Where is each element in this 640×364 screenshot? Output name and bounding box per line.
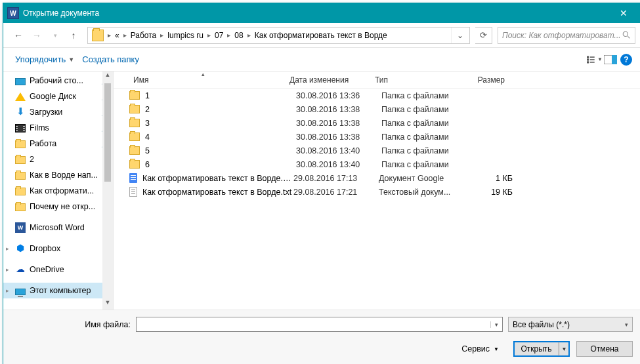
file-name: 1 xyxy=(145,91,296,100)
svg-rect-9 xyxy=(612,55,617,64)
new-folder-button[interactable]: Создать папку xyxy=(78,52,143,67)
folder-icon xyxy=(129,91,140,100)
sidebar-item[interactable]: Films📌 xyxy=(3,120,113,136)
txt-icon xyxy=(129,187,137,197)
file-row[interactable]: 530.08.2016 13:40Папка с файлами xyxy=(114,144,640,157)
address-bar[interactable]: ▸ « ▸ Работа ▸ lumpics ru ▸ 07 ▸ 08 ▸ Ка… xyxy=(87,27,470,44)
navigation-sidebar: Рабочий сто...📌Google Диск📌⬇Загрузки📌Fil… xyxy=(3,71,114,310)
file-date: 30.08.2016 13:38 xyxy=(296,119,381,128)
view-options-button[interactable]: ▼ xyxy=(587,52,603,68)
column-header-type[interactable]: Тип xyxy=(371,75,456,85)
crumb-0[interactable]: Работа xyxy=(128,28,160,43)
folder-icon xyxy=(129,146,140,155)
gdrive-icon xyxy=(15,92,26,101)
file-size: 19 КБ xyxy=(464,188,517,197)
sidebar-item-label: Рабочий сто... xyxy=(30,76,83,85)
cancel-button[interactable]: Отмена xyxy=(576,341,633,357)
svg-rect-6 xyxy=(590,59,595,60)
file-type: Папка с файлами xyxy=(381,105,467,114)
file-row[interactable]: 130.08.2016 13:36Папка с файлами xyxy=(114,89,640,102)
search-input[interactable]: Поиск: Как отформатироват... xyxy=(498,27,635,44)
open-button[interactable]: Открыть ▼ xyxy=(513,341,570,357)
sidebar-scrollbar[interactable]: ▲▼ xyxy=(102,71,113,310)
svg-rect-7 xyxy=(590,62,595,63)
crumb-1[interactable]: lumpics ru xyxy=(165,28,206,43)
file-row[interactable]: 230.08.2016 13:38Папка с файлами xyxy=(114,102,640,116)
help-button[interactable]: ? xyxy=(618,52,634,68)
sidebar-item[interactable]: Рабочий сто...📌 xyxy=(3,73,113,89)
file-type: Папка с файлами xyxy=(381,132,467,142)
file-date: 30.08.2016 13:40 xyxy=(296,146,381,155)
sidebar-item-label: Работа xyxy=(30,139,56,148)
file-row[interactable]: Как отформатировать текст в Ворде.gd...2… xyxy=(114,171,640,185)
organize-menu[interactable]: Упорядочить ▼ xyxy=(11,52,78,67)
sidebar-item[interactable]: Почему не откр... xyxy=(3,199,113,214)
expand-caret-icon[interactable]: ▸ xyxy=(6,287,9,294)
file-name: 5 xyxy=(145,146,296,155)
chevron-down-icon: ▼ xyxy=(597,56,603,62)
column-header-name[interactable]: Имя xyxy=(129,75,286,85)
desktop-icon xyxy=(15,78,26,85)
file-type: Текстовый докум... xyxy=(379,188,464,197)
file-type-filter[interactable]: Все файлы (*.*) ▾ xyxy=(508,317,633,332)
crumb-2[interactable]: 07 xyxy=(212,28,226,43)
file-row[interactable]: Как отформатировать текст в Ворде.txt29.… xyxy=(114,185,640,199)
file-name: Как отформатировать текст в Ворде.gd... xyxy=(142,174,293,183)
crumb-prefix[interactable]: « xyxy=(112,28,122,43)
sidebar-item-label: OneDrive xyxy=(30,265,64,274)
up-button[interactable]: ↑ xyxy=(65,27,82,44)
file-rows: 130.08.2016 13:36Папка с файлами230.08.2… xyxy=(114,89,640,310)
chevron-down-icon: ▼ xyxy=(68,56,74,63)
file-row[interactable]: 330.08.2016 13:38Папка с файлами xyxy=(114,116,640,130)
column-header-size[interactable]: Размер xyxy=(456,75,509,85)
preview-pane-button[interactable] xyxy=(603,52,618,68)
filename-dropdown[interactable]: ▾ xyxy=(490,321,502,328)
sidebar-item[interactable]: ▸Этот компьютер xyxy=(3,283,113,298)
folder-icon xyxy=(129,119,140,127)
sidebar-item-label: Как отформати... xyxy=(30,186,94,195)
sidebar-item[interactable]: Как отформати... xyxy=(3,183,113,199)
toolbar: Упорядочить ▼ Создать папку ▼ ? xyxy=(3,48,640,71)
file-list-pane: ▴ Имя Дата изменения Тип Размер 130.08.2… xyxy=(114,71,640,310)
expand-caret-icon[interactable]: ▸ xyxy=(6,266,9,273)
sidebar-item[interactable]: ▸☁OneDrive xyxy=(3,262,113,277)
sidebar-item[interactable]: Google Диск📌 xyxy=(3,89,113,104)
dropbox-icon: ⬢ xyxy=(15,243,26,254)
service-menu[interactable]: Сервис ▼ xyxy=(461,344,499,354)
gdoc-icon xyxy=(129,173,137,183)
file-type: Папка с файлами xyxy=(381,160,467,169)
dialog-footer: Имя файла: ▾ Все файлы (*.*) ▾ Сервис ▼ … xyxy=(3,310,640,364)
crumb-4[interactable]: Как отформатировать текст в Ворде xyxy=(252,28,390,43)
file-date: 30.08.2016 13:36 xyxy=(296,91,381,100)
file-type: Папка с файлами xyxy=(381,146,467,155)
back-button[interactable]: ← xyxy=(10,27,27,44)
file-name: Как отформатировать текст в Ворде.txt xyxy=(142,188,293,197)
sidebar-item[interactable]: ⬇Загрузки📌 xyxy=(3,104,113,120)
sidebar-item-label: Почему не откр... xyxy=(30,202,95,211)
close-button[interactable]: ✕ xyxy=(608,3,638,23)
chevron-right-icon[interactable]: ▸ xyxy=(106,31,112,39)
file-row[interactable]: 630.08.2016 13:40Папка с файлами xyxy=(114,157,640,171)
sidebar-item[interactable]: ▸⬢Dropbox xyxy=(3,241,113,256)
svg-rect-4 xyxy=(587,61,589,63)
address-dropdown[interactable]: ⌄ xyxy=(451,28,468,43)
sidebar-item[interactable]: WMicrosoft Word xyxy=(3,220,113,235)
sidebar-item[interactable]: 2 xyxy=(3,152,113,167)
crumb-3[interactable]: 08 xyxy=(232,28,245,43)
navigation-bar: ← → ▾ ↑ ▸ « ▸ Работа ▸ lumpics ru ▸ 07 ▸… xyxy=(3,23,640,48)
sidebar-item[interactable]: Работа📌 xyxy=(3,136,113,152)
sidebar-item[interactable]: Как в Ворде нап... xyxy=(3,167,113,183)
expand-caret-icon[interactable]: ▸ xyxy=(6,245,9,252)
file-row[interactable]: 430.08.2016 13:38Папка с файлами xyxy=(114,130,640,144)
column-header-date[interactable]: Дата изменения xyxy=(286,75,371,85)
file-name: 6 xyxy=(145,160,296,169)
filename-input[interactable]: ▾ xyxy=(136,317,503,332)
sidebar-item-label: Этот компьютер xyxy=(30,286,91,295)
open-split-dropdown[interactable]: ▼ xyxy=(559,342,569,356)
sidebar-item-label: 2 xyxy=(30,155,34,164)
file-size: 1 КБ xyxy=(464,174,517,183)
down-icon: ⬇ xyxy=(15,107,26,117)
forward-button[interactable]: → xyxy=(28,27,45,44)
refresh-button[interactable]: ⟳ xyxy=(475,27,492,44)
recent-dropdown[interactable]: ▾ xyxy=(47,27,64,44)
